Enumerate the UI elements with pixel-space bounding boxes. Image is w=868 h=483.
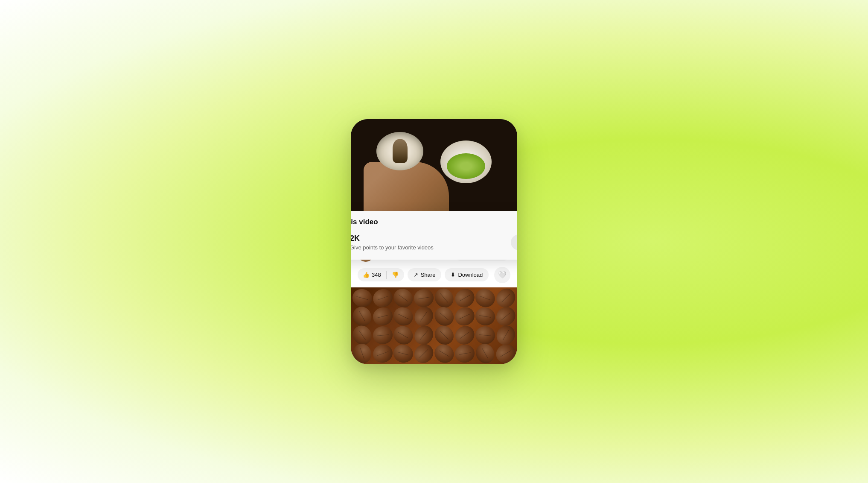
hype-text-group: 2K Give points to your favorite videos [351, 234, 506, 251]
phone-container: #4 hyped 👩 🔔 Subscribed ▾ [351, 119, 517, 364]
video-thumbnail-bottom[interactable] [351, 287, 517, 364]
coffee-bean [370, 287, 395, 310]
coffee-bean [473, 287, 497, 310]
coffee-bean [370, 342, 395, 364]
heart-icon: 🤍 [498, 271, 507, 279]
download-icon: ⬇ [451, 272, 455, 278]
hype-title: Hype this video [351, 218, 378, 226]
coffee-bean [475, 325, 495, 345]
like-dislike-group: 👍 348 👎 [358, 268, 404, 281]
matcha-bowl [376, 132, 423, 170]
hype-popup-header: Hype this video [351, 218, 517, 226]
download-label: Download [458, 272, 483, 278]
coffee-bean [411, 340, 437, 364]
coffee-bean [451, 322, 478, 348]
like-count: 348 [372, 272, 381, 278]
hype-description: Give points to your favorite videos [351, 244, 506, 251]
share-label: Share [421, 272, 436, 278]
coffee-beans-visual [351, 287, 517, 364]
coffee-bean [390, 322, 417, 348]
coffee-bean [454, 343, 476, 364]
coffee-bean [431, 341, 457, 364]
coffee-bean [413, 287, 435, 308]
phone-frame: #4 hyped 👩 🔔 Subscribed ▾ [351, 119, 517, 364]
share-button[interactable]: ↗ Share [408, 268, 442, 281]
video-thumbnail-top[interactable] [351, 119, 517, 222]
coffee-bean [371, 305, 394, 328]
hype-button[interactable]: Hype [511, 234, 517, 250]
hype-content: ⭐ 2K Give points to your favorite videos… [351, 232, 517, 253]
dislike-icon: 👎 [392, 272, 399, 278]
matcha-whisk [393, 139, 408, 163]
matcha-powder-bowl [440, 141, 492, 183]
save-button[interactable]: 🤍 [494, 267, 510, 283]
share-icon: ↗ [414, 272, 418, 278]
coffee-bean [390, 304, 416, 328]
coffee-bean [391, 342, 415, 364]
coffee-bean [452, 304, 477, 328]
dislike-button[interactable]: 👎 [387, 268, 404, 281]
like-button[interactable]: 👍 348 [358, 268, 386, 281]
hype-points: 2K [351, 234, 506, 243]
coffee-bean [351, 341, 374, 364]
coffee-bean [372, 325, 393, 345]
coffee-bean [473, 340, 498, 364]
action-buttons-row: 👍 348 👎 ↗ Share ⬇ Download [358, 267, 510, 283]
like-icon: 👍 [363, 272, 370, 278]
hype-popup: Hype this video ⭐ 2K Give points to your [351, 211, 517, 260]
coffee-bean [351, 287, 374, 309]
matcha-scene [351, 119, 517, 222]
download-button[interactable]: ⬇ Download [445, 268, 489, 281]
matcha-powder [447, 153, 485, 179]
coffee-bean [474, 306, 497, 327]
coffee-bean [493, 341, 517, 364]
